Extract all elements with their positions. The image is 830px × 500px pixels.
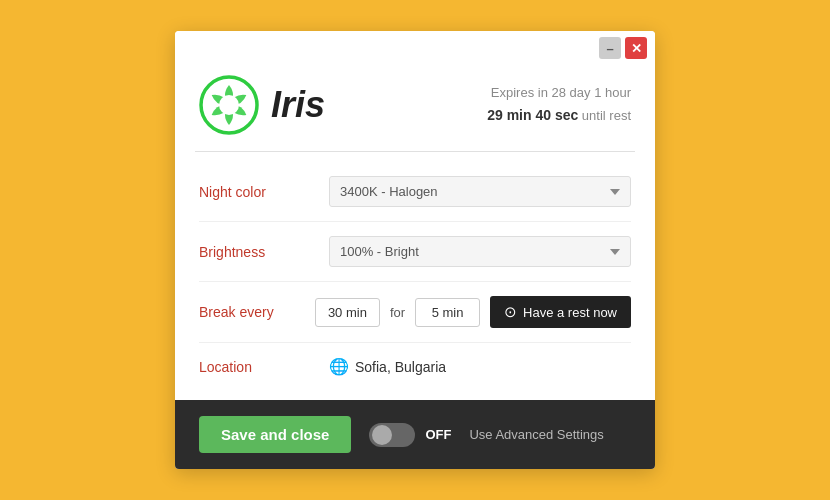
footer: Save and close OFF Use Advanced Settings <box>175 400 655 469</box>
location-control: 🌐 Sofia, Bulgaria <box>329 357 631 376</box>
break-row: Break every for ⊙ Have a rest now <box>199 282 631 343</box>
location-value: Sofia, Bulgaria <box>355 359 446 375</box>
location-label: Location <box>199 359 329 375</box>
have-rest-button[interactable]: ⊙ Have a rest now <box>490 296 631 328</box>
night-color-control: 3400K - Halogen <box>329 176 631 207</box>
for-label: for <box>390 305 405 320</box>
brightness-row: Brightness 100% - Bright <box>199 222 631 282</box>
night-color-row: Night color 3400K - Halogen <box>199 162 631 222</box>
save-close-button[interactable]: Save and close <box>199 416 351 453</box>
toggle-state-label: OFF <box>425 427 451 442</box>
expires-text: Expires in 28 day 1 hour <box>487 83 631 104</box>
svg-point-1 <box>219 95 239 115</box>
minimize-button[interactable]: – <box>599 37 621 59</box>
advanced-settings-label: Use Advanced Settings <box>469 427 603 442</box>
app-header: Iris Expires in 28 day 1 hour 29 min 40 … <box>175 65 655 151</box>
advanced-toggle[interactable] <box>369 423 415 447</box>
app-logo-icon <box>199 75 259 135</box>
break-interval-input[interactable] <box>315 298 380 327</box>
toggle-area: OFF <box>369 423 451 447</box>
brightness-select[interactable]: 100% - Bright <box>329 236 631 267</box>
night-color-label: Night color <box>199 184 329 200</box>
globe-icon: 🌐 <box>329 357 349 376</box>
header-info: Expires in 28 day 1 hour 29 min 40 sec u… <box>487 83 631 127</box>
title-bar: – ✕ <box>175 31 655 65</box>
toggle-knob <box>372 425 392 445</box>
clock-icon: ⊙ <box>504 303 517 321</box>
settings-content: Night color 3400K - Halogen Brightness 1… <box>175 152 655 400</box>
break-duration-input[interactable] <box>415 298 480 327</box>
night-color-select[interactable]: 3400K - Halogen <box>329 176 631 207</box>
app-window: – ✕ <box>175 31 655 469</box>
close-button[interactable]: ✕ <box>625 37 647 59</box>
location-row: Location 🌐 Sofia, Bulgaria <box>199 343 631 390</box>
break-label: Break every <box>199 304 315 320</box>
timer-text: 29 min 40 sec until rest <box>487 104 631 127</box>
brightness-control: 100% - Bright <box>329 236 631 267</box>
break-control: for ⊙ Have a rest now <box>315 296 631 328</box>
brightness-label: Brightness <box>199 244 329 260</box>
app-title: Iris <box>271 84 325 126</box>
logo-area: Iris <box>199 75 325 135</box>
